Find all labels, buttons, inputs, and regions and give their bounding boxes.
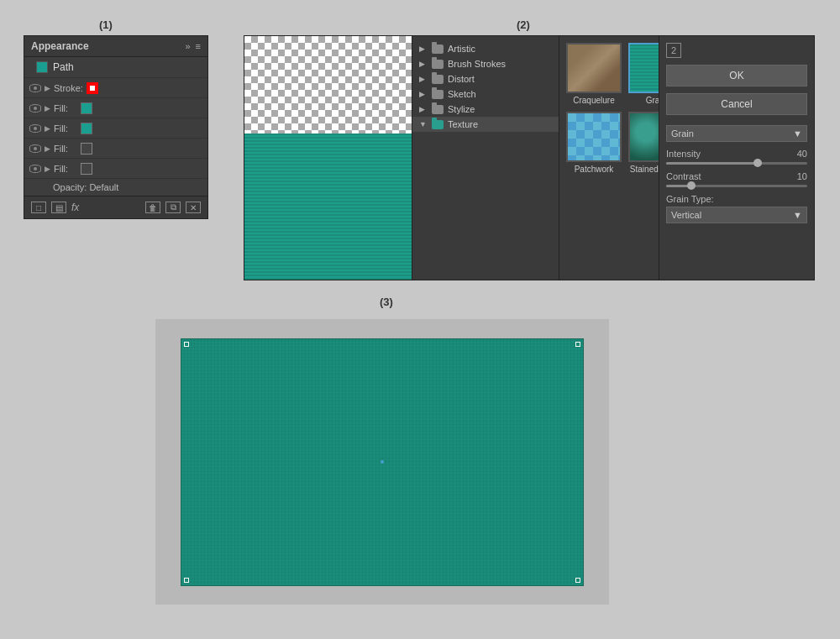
corner-handle-br[interactable] — [575, 578, 580, 583]
sketch-label: Sketch — [448, 89, 476, 99]
filter-gallery-panel: ▶ Artistic ▶ Brush Strokes ▶ Distort ▶ S… — [244, 35, 815, 280]
path-label: Path — [53, 61, 74, 73]
new-layer-icon[interactable]: □ — [31, 202, 46, 213]
contrast-label: Contrast — [666, 171, 701, 181]
contrast-slider[interactable] — [666, 185, 807, 187]
path-row: Path — [24, 57, 207, 78]
intensity-thumb[interactable] — [753, 159, 762, 167]
grain-type-arrow: ▼ — [793, 210, 802, 220]
craquelure-label: Craquelure — [573, 96, 614, 105]
fill4-chevron: ▶ — [45, 165, 50, 173]
panel-header: Appearance » ≡ — [24, 36, 207, 57]
appearance-panel: Appearance » ≡ Path ▶ Stroke: ▶ Fill: ▶ … — [24, 35, 208, 219]
corner-handle-tl[interactable] — [184, 342, 189, 347]
contrast-value: 10 — [797, 171, 807, 181]
panel-footer: □ ▤ fx 🗑 ⧉ ✕ — [24, 196, 207, 218]
texture-label: Texture — [448, 119, 478, 129]
filter-right-panel: 2 OK Cancel Grain ▼ Intensity 40 — [659, 36, 814, 280]
fill2-swatch[interactable] — [81, 123, 92, 134]
distort-chevron: ▶ — [419, 75, 428, 83]
delete-icon[interactable]: 🗑 — [145, 202, 160, 213]
intensity-control: Intensity 40 — [666, 149, 807, 165]
expand-icon[interactable]: » — [185, 41, 190, 51]
trash-icon[interactable]: ✕ — [186, 202, 201, 213]
intensity-label: Intensity — [666, 149, 701, 159]
patchwork-img — [566, 112, 622, 162]
stylize-chevron: ▶ — [419, 105, 428, 113]
stroke-swatch[interactable] — [87, 82, 98, 94]
grain-type-row: Grain Type: Vertical ▼ — [666, 194, 807, 223]
canvas-area — [155, 319, 609, 605]
fx-button[interactable]: fx — [71, 202, 79, 213]
tree-item-brush[interactable]: ▶ Brush Strokes — [412, 56, 559, 71]
filter-top-area: ▶ Artistic ▶ Brush Strokes ▶ Distort ▶ S… — [244, 36, 814, 280]
sketch-folder-icon — [432, 90, 444, 99]
stroke-visibility-toggle[interactable] — [29, 84, 41, 92]
filter-tree: ▶ Artistic ▶ Brush Strokes ▶ Distort ▶ S… — [412, 36, 559, 280]
tree-item-distort[interactable]: ▶ Distort — [412, 71, 559, 86]
artistic-label: Artistic — [448, 44, 475, 54]
fill1-swatch[interactable] — [81, 102, 92, 114]
opacity-row: Opacity: Default — [24, 179, 207, 196]
contrast-header: Contrast 10 — [666, 171, 807, 181]
intensity-fill — [666, 162, 758, 165]
fill4-label: Fill: — [54, 164, 77, 174]
corner-handle-bl[interactable] — [184, 578, 189, 583]
canvas-rectangle — [181, 338, 584, 586]
layer-icon[interactable]: ▤ — [51, 202, 66, 213]
filter-thumbnails: Craquelure Grain Mosaic Tiles — [559, 36, 659, 280]
grain-label: Grain — [646, 96, 659, 105]
cancel-button[interactable]: Cancel — [666, 93, 807, 115]
artistic-chevron: ▶ — [419, 45, 428, 53]
panel2-label: (2) — [517, 18, 530, 31]
fill3-swatch[interactable] — [81, 143, 92, 155]
brush-folder-icon — [432, 60, 444, 69]
fill3-visibility-toggle[interactable] — [29, 144, 41, 153]
grain-type-dropdown[interactable]: Vertical ▼ — [666, 207, 807, 223]
intensity-value: 40 — [797, 149, 807, 159]
grain-type-value: Vertical — [671, 210, 701, 220]
canvas-center-point — [381, 460, 384, 464]
panel-title: Appearance — [31, 40, 89, 52]
filter-num: 2 — [666, 43, 681, 58]
fill2-chevron: ▶ — [45, 124, 50, 133]
stroke-chevron: ▶ — [45, 84, 50, 92]
fill-row-4: ▶ Fill: — [24, 159, 207, 179]
fill4-swatch[interactable] — [81, 163, 92, 175]
craquelure-img — [566, 43, 622, 93]
tree-item-stylize[interactable]: ▶ Stylize — [412, 102, 559, 117]
thumb-grain[interactable]: Grain — [628, 43, 659, 105]
grain-dropdown-label: Grain — [671, 128, 694, 139]
fill4-visibility-toggle[interactable] — [29, 165, 41, 173]
menu-icon[interactable]: ≡ — [196, 41, 201, 51]
contrast-thumb[interactable] — [687, 181, 696, 190]
duplicate-icon[interactable]: ⧉ — [165, 202, 181, 213]
corner-handle-tr[interactable] — [575, 342, 580, 347]
opacity-value: Default — [89, 182, 118, 192]
panel1-label: (1) — [99, 18, 113, 31]
thumb-stained-glass[interactable]: Stained Glass — [628, 112, 659, 174]
artistic-folder-icon — [432, 45, 444, 54]
fill1-visibility-toggle[interactable] — [29, 104, 41, 113]
brush-chevron: ▶ — [419, 60, 428, 68]
tree-item-artistic[interactable]: ▶ Artistic — [412, 41, 559, 56]
tree-item-texture[interactable]: ▼ Texture — [412, 117, 559, 132]
grain-type-label: Grain Type: — [666, 194, 807, 204]
texture-folder-icon — [432, 120, 444, 129]
fill1-chevron: ▶ — [45, 104, 50, 113]
fill-row-2: ▶ Fill: — [24, 118, 207, 139]
grain-dropdown[interactable]: Grain ▼ — [666, 125, 807, 142]
thumb-patchwork[interactable]: Patchwork — [566, 112, 622, 174]
ok-button[interactable]: OK — [666, 65, 807, 86]
thumb-craquelure[interactable]: Craquelure — [566, 43, 622, 105]
intensity-header: Intensity 40 — [666, 149, 807, 159]
tree-item-sketch[interactable]: ▶ Sketch — [412, 86, 559, 102]
grain-img — [628, 43, 659, 93]
grain-dropdown-arrow: ▼ — [793, 128, 802, 139]
filter-num-row: 2 — [666, 43, 807, 58]
stroke-label: Stroke: — [54, 83, 83, 93]
intensity-slider[interactable] — [666, 162, 807, 165]
brush-label: Brush Strokes — [448, 59, 506, 69]
sketch-chevron: ▶ — [419, 90, 428, 98]
fill2-visibility-toggle[interactable] — [29, 124, 41, 133]
